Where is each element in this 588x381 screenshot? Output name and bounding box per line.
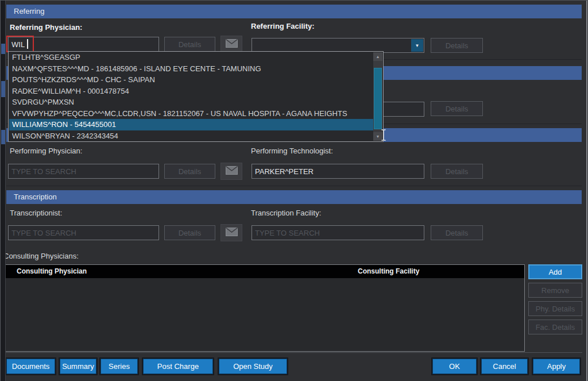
documents-button[interactable]: Documents [5,357,56,375]
performing-technologist-label: Performing Technologist: [251,147,333,155]
combo-dropdown-button[interactable]: ▼ [411,39,423,52]
referring-physician-email-button[interactable] [220,36,242,53]
performing-technologist-input[interactable] [252,164,424,179]
referring-section-title: Referring [14,7,44,16]
consulting-physicians-label: Consulting Physicians: [3,252,79,260]
dropdown-item-selected[interactable]: WILLIAMS^RON - 5454455001 [9,119,374,130]
section-divider [6,186,582,186]
open-study-button[interactable]: Open Study [218,357,288,375]
referring-physician-details-button[interactable]: Details [164,37,215,52]
hidden-facility-details-button[interactable]: Details [431,101,483,116]
referring-facility-label: Referring Facility: [251,22,315,30]
referring-facility-details-button[interactable]: Details [431,38,483,53]
transcription-section-header: Transcription [6,190,582,204]
cancel-button[interactable]: Cancel [480,357,529,375]
background-header-fragment [1,130,5,144]
remove-consulting-button[interactable]: Remove [528,283,582,298]
consulting-physician-details-button[interactable]: Phy. Details [528,301,582,316]
performing-physician-details-button[interactable]: Details [164,164,215,179]
ok-button[interactable]: OK [431,357,478,375]
envelope-icon [226,228,238,238]
consulting-table-header: Consulting Physician Consulting Facility [5,265,524,278]
transcription-facility-label: Transcription Facility: [251,209,321,217]
performing-physician-label: Performing Physician: [10,147,82,155]
post-charge-button[interactable]: Post Charge [142,357,214,375]
dropdown-item[interactable]: VFVWPYHZP^PEQCEO^^^MC,LCDR,USN - 1821152… [9,108,374,120]
consulting-physicians-table[interactable]: Consulting Physician Consulting Facility [5,264,525,352]
envelope-icon [226,166,238,177]
performing-physician-input[interactable] [8,164,159,179]
consulting-facility-column-header: Consulting Facility [358,267,419,275]
dropdown-item[interactable]: SVDRGU^PMXSN [9,97,374,108]
dropdown-item[interactable]: POUTS^HZKZRDS^^^MD - CHC - SAIPAN [9,74,374,86]
add-consulting-button[interactable]: Add [528,264,582,279]
performing-physician-email-button[interactable] [220,163,242,180]
transcriptionist-email-button[interactable] [220,224,242,241]
transcription-facility-details-button[interactable]: Details [431,225,483,240]
transcription-facility-input[interactable] [252,225,424,240]
scroll-up-icon: ▲ [376,55,380,59]
transcription-section-title: Transcription [14,193,57,201]
referring-physician-label: Referring Physician: [10,23,82,32]
physician-entry-dialog: Referring Referring Physician: Details R… [0,0,588,381]
consulting-physician-column-header: Consulting Physician [17,267,87,275]
referring-section-header: Referring [6,5,582,18]
dropdown-item[interactable]: WILSON^BRYAN - 2342343454 [9,130,374,142]
apply-button[interactable]: Apply [532,357,581,375]
background-header-fragment [1,44,5,54]
typed-text-highlight-box [6,36,34,52]
series-button[interactable]: Series [99,357,139,375]
dropdown-scrollbar[interactable]: ▲ ▼ [373,52,382,141]
scrollbar-up-button[interactable]: ▲ [373,52,382,61]
consulting-facility-details-button[interactable]: Fac. Details [528,320,582,334]
background-header-fragment [1,81,5,97]
chevron-down-icon: ▼ [415,43,420,48]
envelope-icon [226,39,238,50]
summary-button[interactable]: Summary [59,357,98,375]
footer-divider [6,352,582,353]
dropdown-item[interactable]: RADKE^WILLIAM^H - 0001478754 [9,86,374,97]
referring-facility-value [252,41,255,49]
mouse-cursor-ibeam [380,129,387,144]
performing-technologist-details-button[interactable]: Details [431,164,483,179]
scroll-down-icon: ▼ [376,134,380,138]
dialog-right-edge [586,1,587,381]
transcriptionist-input[interactable] [8,225,159,240]
dropdown-item[interactable]: NAXM^QFSTES^^^MD - 1861485906 - ISLAND E… [9,63,374,75]
transcriptionist-label: Transcriptionist: [10,209,62,217]
text-caret [27,39,28,49]
background-window-edge [0,1,6,381]
scrollbar-thumb[interactable] [374,68,382,129]
dropdown-item[interactable]: FTLHTB^SGEASGP [9,52,374,63]
transcriptionist-details-button[interactable]: Details [164,225,215,240]
physician-suggestion-dropdown: FTLHTB^SGEASGP NAXM^QFSTES^^^MD - 186148… [8,51,384,142]
